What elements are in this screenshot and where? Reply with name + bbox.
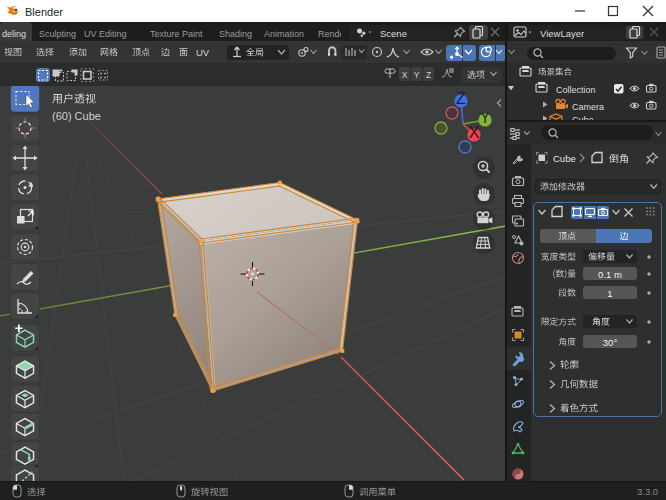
svg-text:X: X bbox=[469, 124, 480, 141]
svg-text:Z: Z bbox=[456, 90, 466, 107]
svg-text:Y: Y bbox=[480, 109, 491, 126]
